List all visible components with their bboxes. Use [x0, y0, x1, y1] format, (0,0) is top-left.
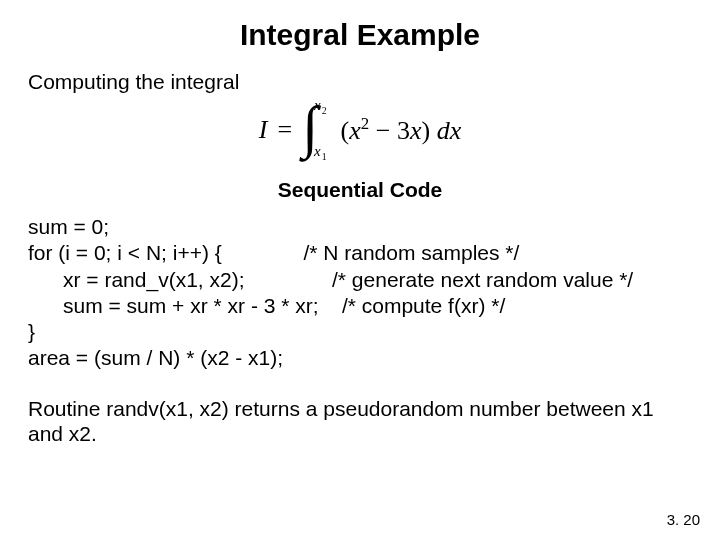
upper-limit: x2 — [314, 98, 327, 116]
code-line: sum = 0; — [28, 215, 109, 238]
page-number: 3. 20 — [667, 511, 700, 528]
equation-lhs: I — [259, 117, 268, 143]
page-title: Integral Example — [28, 18, 692, 52]
section-heading: Sequential Code — [28, 178, 692, 202]
equation-equals: = — [277, 117, 292, 143]
code-line: xr = rand_v(x1, x2); /* generate next ra… — [28, 268, 633, 291]
lower-limit: x1 — [314, 144, 327, 162]
code-line: area = (sum / N) * (x2 - x1); — [28, 346, 283, 369]
code-line: } — [28, 320, 35, 343]
subtitle: Computing the integral — [28, 70, 692, 94]
code-block: sum = 0; for (i = 0; i < N; i++) { /* N … — [28, 214, 692, 372]
code-line: sum = sum + xr * xr - 3 * xr; /* compute… — [28, 294, 505, 317]
code-line: for (i = 0; i < N; i++) { /* N random sa… — [28, 241, 519, 264]
integrand: (x2 − 3x) dx — [341, 116, 462, 144]
equation: I = ∫ x2 x1 (x2 − 3x) dx — [28, 102, 692, 158]
integral-block: ∫ x2 x1 — [302, 102, 326, 158]
footnote: Routine randv(x1, x2) returns a pseudora… — [28, 396, 692, 446]
